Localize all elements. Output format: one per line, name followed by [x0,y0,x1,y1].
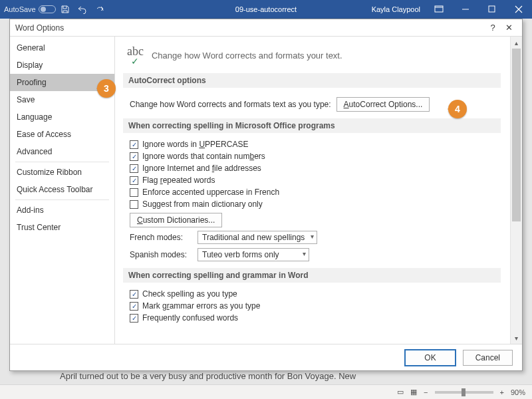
dialog-titlebar: Word Options ? ✕ [10,19,522,37]
nav-customize-ribbon[interactable]: Customize Ribbon [10,164,114,181]
scroll-up-icon[interactable]: ▴ [511,37,522,49]
redo-icon[interactable] [92,1,108,17]
view-print-icon[interactable]: ▭ [397,388,404,396]
close-icon[interactable]: ✕ [501,20,517,36]
dialog-title: Word Options [15,23,64,33]
nav-add-ins[interactable]: Add-ins [10,201,114,219]
french-modes-select[interactable]: Traditional and new spellings [198,231,317,244]
close-icon[interactable] [505,0,532,19]
nav-language[interactable]: Language [10,108,114,126]
opt-flag-repeated[interactable]: Flag repeated words [130,176,215,185]
nav-ease-of-access[interactable]: Ease of Access [10,126,114,143]
autocorrect-desc: Change how Word corrects and formats tex… [130,100,331,109]
status-bar: ▭ ▦ − + 90% [0,384,532,399]
checkbox-icon [130,302,138,311]
document-title: 09-use-autocorrect [235,5,297,13]
opt-ignore-uppercase[interactable]: Ignore words in UPPERCASE [130,140,248,149]
undo-icon[interactable] [74,1,90,17]
section-office-spelling-head: When correcting spelling in Microsoft Of… [123,118,501,133]
autosave-label: AutoSave [4,5,36,13]
section-word-spelling-head: When correcting spelling and grammar in … [123,268,501,283]
checkbox-icon [130,164,138,173]
opt-ignore-internet[interactable]: Ignore Internet and file addresses [130,164,261,173]
opt-main-dictionary[interactable]: Suggest from main dictionary only [130,200,263,209]
checkbox-icon [130,176,138,185]
custom-dictionaries-button[interactable]: Custom Dictionaries... [130,213,222,227]
scroll-down-icon[interactable]: ▾ [511,332,522,344]
callout-4: 4 [448,100,467,118]
section-autocorrect-head: AutoCorrect options [123,73,501,88]
checkbox-icon [130,188,138,197]
proofing-hero: abc ✓ Change how Word corrects and forma… [123,42,501,73]
checkbox-icon [130,140,138,149]
cancel-button[interactable]: Cancel [463,350,513,366]
french-modes-label: French modes: [130,233,192,242]
zoom-slider[interactable] [435,391,493,394]
autosave-toggle[interactable]: AutoSave [4,5,56,13]
checkbox-icon [130,290,138,299]
spanish-modes-label: Spanish modes: [130,250,192,259]
nav-general[interactable]: General [10,39,114,57]
save-icon[interactable] [57,1,73,17]
checkbox-icon [130,314,138,323]
ok-button[interactable]: OK [404,349,456,366]
opt-accented-french[interactable]: Enforce accented uppercase in French [130,188,279,197]
zoom-out-icon[interactable]: − [424,388,428,396]
nav-quick-access-toolbar[interactable]: Quick Access Toolbar [10,181,114,198]
nav-advanced[interactable]: Advanced [10,143,114,160]
view-web-icon[interactable]: ▦ [410,388,417,396]
scroll-thumb[interactable] [512,49,521,221]
callout-3: 3 [97,79,116,98]
nav-trust-center[interactable]: Trust Center [10,219,114,236]
minimize-icon[interactable] [452,0,479,19]
nav-display[interactable]: Display [10,57,114,74]
help-icon[interactable]: ? [485,20,501,36]
opt-confused-words[interactable]: Frequently confused words [130,313,238,323]
dialog-footer: OK Cancel [10,344,522,370]
word-titlebar: AutoSave 09-use-autocorrect Kayla Claypo… [0,0,532,19]
proofing-hero-desc: Change how Word corrects and formats you… [152,51,342,61]
zoom-value[interactable]: 90% [511,388,525,396]
ribbon-display-icon[interactable] [426,0,452,19]
scrollbar[interactable]: ▴ ▾ [510,37,522,344]
document-body-line: April turned out to be a very busy and p… [60,371,472,381]
svg-rect-1 [489,6,495,12]
user-name[interactable]: Kayla Claypool [372,5,420,13]
opt-check-spelling-type[interactable]: Check spelling as you type [130,289,237,299]
checkbox-icon [130,152,138,161]
word-options-dialog: Word Options ? ✕ General Display Proofin… [9,19,523,371]
opt-ignore-numbers[interactable]: Ignore words that contain numbers [130,152,265,161]
autocorrect-options-button[interactable]: AAutoCorrect Options...utoCorrect Option… [336,97,430,112]
svg-rect-0 [435,6,443,12]
toggle-icon [39,5,56,13]
opt-mark-grammar[interactable]: Mark grammar errors as you type [130,301,260,311]
maximize-icon[interactable] [479,0,505,19]
spanish-modes-select[interactable]: Tuteo verb forms only [198,248,309,261]
checkbox-icon [130,200,138,209]
zoom-in-icon[interactable]: + [500,388,504,396]
